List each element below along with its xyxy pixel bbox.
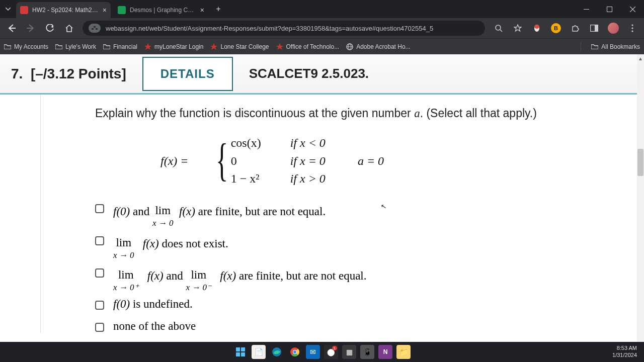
option-text: f(0)f(0) and and limx → 0 f(x) are finit… — [113, 201, 326, 224]
back-button[interactable] — [3, 20, 20, 37]
windows-icon — [236, 347, 245, 356]
checkbox[interactable] — [95, 268, 104, 278]
function-lhs: f(x) = — [160, 154, 189, 168]
tabs-dropdown-button[interactable] — [0, 2, 16, 16]
zoom-button[interactable] — [490, 20, 507, 37]
magnifier-icon — [495, 25, 503, 32]
scroll-up-button[interactable]: ▲ — [637, 54, 644, 62]
bookmark-folder[interactable]: Financial — [103, 43, 137, 50]
tab-desmos[interactable]: Desmos | Graphing Calculat… × — [114, 2, 208, 18]
bookmark-label: All Bookmarks — [601, 43, 640, 50]
site-settings-icon[interactable] — [89, 24, 101, 33]
bookmark-item[interactable]: myLoneStar Login — [144, 43, 203, 50]
question-reference: SCALCET9 2.5.023. — [249, 66, 369, 81]
panel-icon — [590, 25, 598, 32]
taskbar-onenote[interactable]: N — [378, 345, 392, 359]
option-1: f(0)f(0) and and limx → 0 f(x) are finit… — [95, 201, 644, 224]
svg-point-5 — [496, 25, 501, 30]
bookmark-item[interactable]: Office of Technolo... — [276, 43, 340, 50]
maximize-button[interactable] — [598, 0, 621, 18]
chrome-icon — [290, 347, 300, 357]
svg-rect-2 — [94, 26, 96, 28]
start-button[interactable] — [233, 345, 248, 359]
extension-icon-2[interactable]: B — [547, 20, 565, 37]
taskbar-chrome[interactable] — [288, 345, 302, 359]
taskbar-explorer[interactable]: 📁 — [396, 345, 411, 359]
profile-avatar[interactable] — [605, 20, 622, 37]
bookmark-folder[interactable]: My Accounts — [4, 43, 48, 50]
svg-point-12 — [631, 30, 633, 32]
close-icon[interactable]: × — [103, 6, 107, 14]
all-bookmarks-button[interactable]: All Bookmarks — [591, 43, 640, 50]
svg-point-10 — [631, 24, 633, 26]
puzzle-icon — [571, 24, 579, 32]
url-bar[interactable]: webassign.net/web/Student/Assignment-Res… — [83, 21, 485, 36]
bookmarks-bar: My Accounts Lyle's Work Financial myLone… — [0, 38, 644, 54]
bookmark-item[interactable]: Adobe Acrobat Ho... — [346, 43, 410, 50]
home-button[interactable] — [60, 20, 77, 37]
favicon-icon — [20, 6, 28, 14]
question-prompt: Explain why the function is discontinuou… — [95, 107, 644, 120]
option-text: none of the above — [113, 320, 196, 333]
browser-toolbar: webassign.net/web/Student/Assignment-Res… — [0, 18, 644, 38]
minimize-icon — [584, 9, 589, 10]
bookmark-star-button[interactable] — [509, 20, 526, 37]
forward-button[interactable] — [22, 20, 39, 37]
svg-rect-1 — [607, 7, 612, 12]
taskbar-center: 📄 ✉ ⬤1 ▦ 📱 N 📁 — [233, 345, 411, 359]
taskbar-app[interactable]: 📄 — [252, 345, 266, 359]
close-window-button[interactable] — [621, 0, 644, 18]
bookmark-item[interactable]: Lone Star College — [210, 43, 269, 50]
tab-webassign[interactable]: HW2 - Sp2024: Math2413-2… × — [16, 2, 111, 18]
checkbox[interactable] — [95, 204, 104, 213]
maximize-icon — [607, 7, 612, 12]
minimize-button[interactable] — [575, 0, 598, 18]
window-controls — [575, 0, 644, 18]
checkbox[interactable] — [95, 301, 104, 310]
page-content: ▲ 7. [–/3.12 Points] DETAILS SCALCET9 2.… — [0, 54, 644, 342]
taskbar-edge[interactable] — [270, 345, 284, 359]
pill-icon — [533, 24, 540, 32]
svg-rect-16 — [236, 352, 240, 356]
sidepanel-button[interactable] — [586, 20, 603, 37]
left-brace-icon: { — [215, 140, 227, 179]
globe-icon — [346, 43, 353, 50]
svg-point-11 — [631, 27, 633, 29]
bookmark-label: Adobe Acrobat Ho... — [356, 43, 410, 50]
chrome-menu-button[interactable] — [624, 20, 641, 37]
system-tray[interactable]: 8:53 AM 1/31/2024 — [612, 345, 644, 359]
svg-rect-9 — [595, 25, 598, 32]
piece-cond: if x = 0 — [290, 152, 326, 170]
bookmark-folder[interactable]: Lyle's Work — [55, 43, 96, 50]
close-icon[interactable]: × — [200, 6, 204, 14]
taskbar-app-3[interactable]: ▦ — [342, 345, 356, 359]
star-site-icon — [276, 43, 283, 50]
svg-rect-4 — [96, 28, 98, 30]
new-tab-button[interactable]: + — [211, 2, 225, 16]
windows-taskbar: 📄 ✉ ⬤1 ▦ 📱 N 📁 8:53 AM 1/31/2024 — [0, 342, 644, 362]
taskbar-app-4[interactable]: 📱 — [360, 345, 374, 359]
details-button[interactable]: DETAILS — [142, 57, 233, 91]
taskbar-app-2[interactable]: ⬤1 — [324, 345, 338, 359]
taskbar-outlook[interactable]: ✉ — [306, 345, 320, 359]
arrow-right-icon — [26, 24, 35, 33]
piece-expr: 1 − x² — [231, 170, 277, 188]
checkbox[interactable] — [95, 236, 104, 245]
extension-icon-1[interactable] — [528, 20, 545, 37]
reload-button[interactable] — [41, 20, 58, 37]
avatar-icon — [608, 23, 619, 34]
clock-date: 1/31/2024 — [612, 352, 637, 359]
folder-icon — [591, 44, 598, 49]
favicon-icon — [118, 6, 126, 14]
tab-title: Desmos | Graphing Calculat… — [130, 7, 196, 14]
checkbox[interactable] — [95, 323, 104, 332]
tab-title: HW2 - Sp2024: Math2413-2… — [32, 7, 99, 14]
answer-options: f(0)f(0) and and limx → 0 f(x) are finit… — [95, 201, 644, 333]
extensions-button[interactable] — [567, 20, 584, 37]
option-5: none of the above — [95, 320, 644, 333]
svg-rect-3 — [92, 28, 94, 30]
separator — [581, 42, 581, 51]
bookmark-label: My Accounts — [14, 43, 48, 50]
svg-rect-14 — [236, 347, 240, 351]
option-2: limx → 0 f(x) does not exist. — [95, 233, 644, 256]
